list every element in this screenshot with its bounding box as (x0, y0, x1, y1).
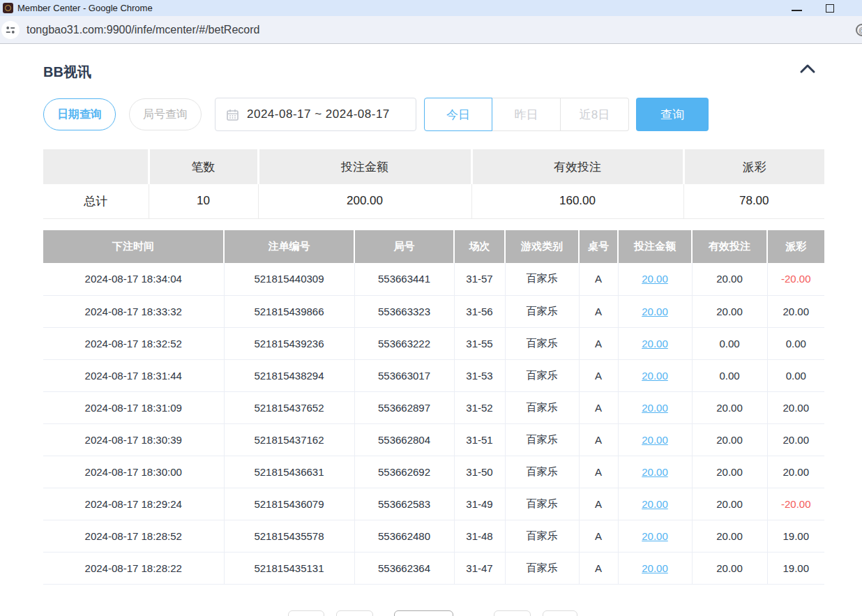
summary-table: 笔数 投注金额 有效投注 派彩 总计 10 200.00 160.00 78.0… (43, 149, 824, 219)
bet-amount-link[interactable]: 20.00 (618, 423, 692, 456)
last-8-days-button[interactable]: 近8日 (561, 98, 629, 131)
window-titlebar: Member Center - Google Chrome (0, 0, 862, 16)
bet-table-column-header: 局号 (354, 230, 454, 263)
pagination-button[interactable] (543, 610, 577, 616)
table-number-cell: A (579, 552, 618, 584)
payout-cell: -20.00 (767, 263, 824, 295)
url-text[interactable]: tongbao31.com:9900/infe/mcenter/#/betRec… (27, 24, 259, 36)
summary-header-valid-bet: 有效投注 (471, 149, 683, 184)
bet-detail-link[interactable]: 20.00 (642, 530, 668, 542)
bet-amount-link[interactable]: 20.00 (618, 295, 692, 327)
bet-number-cell: 521815439866 (224, 295, 354, 327)
summary-total-row: 总计 10 200.00 160.00 78.00 (43, 184, 824, 218)
bet-time-cell: 2024-08-17 18:30:39 (43, 423, 224, 456)
table-row: 2024-08-17 18:32:52521815439236553663222… (43, 327, 824, 359)
bet-detail-link[interactable]: 20.00 (642, 402, 668, 414)
bet-time-cell: 2024-08-17 18:30:00 (43, 456, 224, 488)
bet-detail-link[interactable]: 20.00 (642, 338, 668, 350)
valid-bet-cell: 20.00 (692, 552, 767, 584)
game-type-cell: 百家乐 (505, 327, 579, 359)
payout-cell: 20.00 (767, 295, 824, 327)
bet-amount-link[interactable]: 20.00 (618, 456, 692, 488)
bet-amount-link[interactable]: 20.00 (618, 263, 692, 295)
yesterday-button[interactable]: 昨日 (492, 98, 561, 131)
bet-detail-link[interactable]: 20.00 (642, 273, 668, 285)
payout-cell: 20.00 (767, 391, 824, 423)
bet-number-cell: 521815437162 (224, 423, 354, 456)
table-number-cell: A (579, 488, 618, 520)
bet-amount-link[interactable]: 20.00 (618, 488, 692, 520)
session-cell: 31-51 (454, 423, 505, 456)
payout-cell: 19.00 (767, 520, 824, 552)
maximize-icon[interactable] (826, 4, 834, 13)
bet-detail-link[interactable]: 20.00 (642, 498, 668, 510)
bet-amount-link[interactable]: 20.00 (618, 391, 692, 423)
valid-bet-cell: 20.00 (692, 295, 767, 327)
browser-partial-icon[interactable]: @ (856, 24, 862, 36)
page-title: BB视讯 (43, 63, 91, 82)
round-query-tab[interactable]: 局号查询 (129, 98, 202, 130)
session-cell: 31-57 (454, 263, 505, 295)
site-settings-button[interactable] (1, 21, 20, 39)
round-number-cell: 553662583 (354, 488, 454, 520)
bet-amount-link[interactable]: 20.00 (618, 327, 692, 359)
bet-amount-link[interactable]: 20.00 (618, 359, 692, 391)
minimize-icon[interactable] (792, 10, 802, 11)
table-number-cell: A (579, 456, 618, 488)
round-number-cell: 553662804 (354, 423, 454, 456)
date-range-input[interactable]: 2024-08-17 ~ 2024-08-17 (215, 98, 416, 131)
pagination-button[interactable] (288, 610, 324, 616)
session-cell: 31-48 (454, 520, 505, 552)
round-number-cell: 553662897 (354, 391, 454, 423)
bet-number-cell: 521815435578 (224, 520, 354, 552)
quick-range-group: 今日 昨日 近8日 (424, 98, 629, 131)
bet-detail-link[interactable]: 20.00 (642, 562, 668, 574)
bet-number-cell: 521815438294 (224, 359, 354, 391)
bet-detail-link[interactable]: 20.00 (642, 370, 668, 382)
summary-header-row: 笔数 投注金额 有效投注 派彩 (43, 149, 824, 184)
date-query-tab[interactable]: 日期查询 (43, 98, 116, 130)
collapse-section-button[interactable] (798, 61, 819, 80)
table-row: 2024-08-17 18:29:24521815436079553662583… (43, 488, 824, 520)
bet-record-table: 下注时间注单编号局号场次游戏类别桌号投注金额有效投注派彩 2024-08-17 … (43, 230, 824, 585)
payout-cell: 0.00 (767, 327, 824, 359)
game-type-cell: 百家乐 (505, 295, 579, 327)
bet-amount-link[interactable]: 20.00 (618, 552, 692, 584)
table-row: 2024-08-17 18:30:39521815437162553662804… (43, 423, 824, 456)
table-row: 2024-08-17 18:30:00521815436631553662692… (43, 456, 824, 488)
bet-detail-link[interactable]: 20.00 (642, 306, 668, 317)
bet-detail-link[interactable]: 20.00 (642, 466, 668, 478)
table-number-cell: A (579, 520, 618, 552)
payout-cell: 20.00 (767, 423, 824, 456)
today-button[interactable]: 今日 (424, 98, 492, 131)
pagination-button[interactable] (336, 610, 373, 616)
browser-address-bar[interactable]: tongbao31.com:9900/infe/mcenter/#/betRec… (0, 16, 862, 44)
session-cell: 31-47 (454, 552, 505, 584)
round-number-cell: 553663323 (354, 295, 454, 327)
valid-bet-cell: 20.00 (692, 456, 767, 488)
bet-time-cell: 2024-08-17 18:34:04 (43, 263, 224, 295)
valid-bet-cell: 20.00 (692, 263, 767, 295)
search-button[interactable]: 查询 (636, 98, 709, 131)
game-type-cell: 百家乐 (505, 488, 579, 520)
bet-table-column-header: 注单编号 (224, 230, 354, 263)
table-number-cell: A (579, 423, 618, 456)
calendar-icon (227, 109, 239, 121)
round-number-cell: 553663441 (354, 263, 454, 295)
game-type-cell: 百家乐 (505, 423, 579, 456)
pagination-page-size-select[interactable] (394, 610, 453, 616)
game-type-cell: 百家乐 (505, 391, 579, 423)
bet-number-cell: 521815436079 (224, 488, 354, 520)
pagination-bar (0, 610, 862, 616)
payout-cell: 19.00 (767, 552, 824, 584)
chevron-up-icon (798, 61, 817, 77)
session-cell: 31-53 (454, 359, 505, 391)
bet-detail-link[interactable]: 20.00 (642, 434, 668, 446)
summary-header-payout: 派彩 (683, 149, 824, 184)
table-row: 2024-08-17 18:33:32521815439866553663323… (43, 295, 824, 327)
payout-cell: -20.00 (767, 488, 824, 520)
bet-amount-link[interactable]: 20.00 (618, 520, 692, 552)
bet-time-cell: 2024-08-17 18:31:09 (43, 391, 224, 423)
bet-time-cell: 2024-08-17 18:28:52 (43, 520, 224, 552)
pagination-button[interactable] (494, 610, 531, 616)
